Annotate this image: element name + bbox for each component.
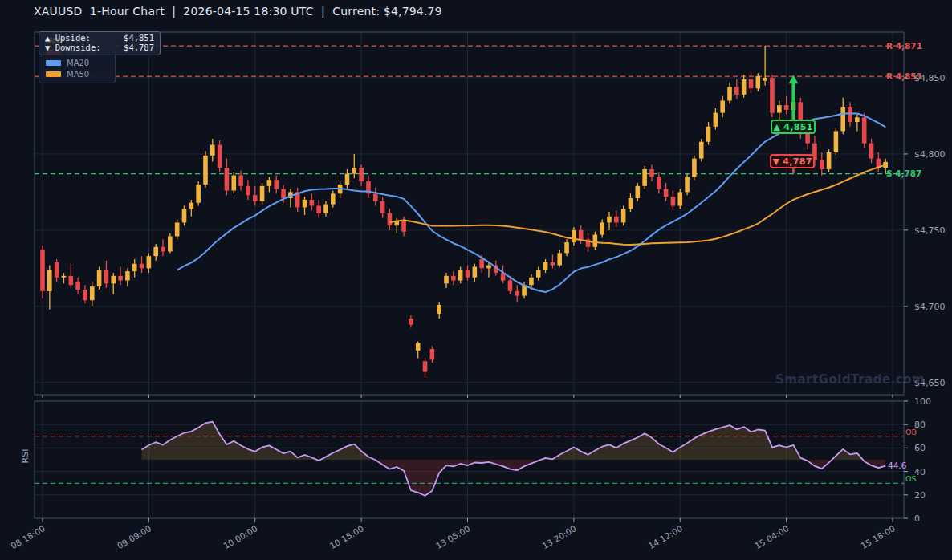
rsi-tick-label: 100 bbox=[914, 396, 931, 407]
candle-body bbox=[685, 177, 690, 192]
x-tick-label: 13 05:00 bbox=[434, 523, 472, 550]
candle-body bbox=[458, 270, 463, 280]
upside-target-badge: ▲ 4,851 bbox=[771, 120, 816, 134]
price-tick-label: $4,700 bbox=[914, 302, 946, 312]
candle-body bbox=[621, 209, 626, 222]
candle-body bbox=[742, 79, 747, 95]
candle-body bbox=[47, 270, 52, 291]
candle-body bbox=[720, 100, 725, 112]
candle-body bbox=[629, 198, 633, 209]
candle-body bbox=[529, 278, 534, 285]
candle-body bbox=[323, 205, 328, 213]
candle-body bbox=[862, 117, 867, 143]
candle-body bbox=[310, 200, 315, 206]
candle-body bbox=[281, 189, 286, 198]
price-tick-label: $4,750 bbox=[914, 225, 946, 236]
candle-body bbox=[649, 169, 654, 177]
candle-body bbox=[401, 221, 406, 231]
price-tick-label: $4,850 bbox=[914, 73, 946, 83]
x-tick-label: 10 00:00 bbox=[222, 523, 259, 550]
legend-item-label: MA50 bbox=[67, 70, 89, 79]
rsi-current-value: 44.6 bbox=[888, 461, 906, 470]
candle-body bbox=[749, 79, 754, 88]
candle-body bbox=[614, 217, 619, 223]
rsi-tick-label: 20 bbox=[914, 490, 926, 501]
chart-window: XAUUSD 1-Hour Chart | 2026-04-15 18:30 U… bbox=[0, 0, 952, 560]
candle-body bbox=[727, 87, 732, 100]
candle-body bbox=[848, 107, 852, 122]
candle-body bbox=[706, 127, 711, 142]
candle-body bbox=[153, 247, 158, 256]
candle-body bbox=[543, 262, 548, 270]
candle-body bbox=[55, 262, 59, 278]
candle-body bbox=[734, 87, 739, 94]
x-tick-label: 09 09:00 bbox=[116, 523, 153, 550]
candle-body bbox=[840, 107, 845, 131]
downside-label: ▼ Downside: bbox=[45, 43, 101, 53]
x-tick-label: 14 12:00 bbox=[647, 523, 685, 550]
candle-body bbox=[536, 270, 541, 277]
candle-body bbox=[714, 113, 718, 127]
watermark: SmartGoldTrade.com bbox=[775, 372, 904, 387]
candle-body bbox=[168, 236, 173, 251]
candle-body bbox=[692, 159, 697, 177]
candle-body bbox=[466, 270, 470, 277]
rsi-axis-label: RSI bbox=[20, 446, 31, 467]
candle-body bbox=[777, 105, 782, 112]
candle-body bbox=[238, 176, 243, 186]
price-levels-tooltip: ▲ Upside: $4,851 ▼ Downside: $4,787 bbox=[39, 31, 161, 55]
candle-body bbox=[352, 168, 357, 174]
candle-body bbox=[479, 259, 484, 268]
up-arrow-icon bbox=[788, 75, 798, 120]
candle-body bbox=[225, 168, 230, 190]
candle-body bbox=[409, 319, 413, 325]
candle-body bbox=[657, 177, 661, 189]
candle-body bbox=[125, 271, 130, 280]
candle-body bbox=[551, 262, 555, 266]
rsi-fill-above bbox=[142, 422, 886, 496]
level-label: S 4,787 bbox=[886, 168, 921, 178]
candle-body bbox=[345, 174, 350, 185]
candle-body bbox=[444, 276, 449, 283]
candle-body bbox=[97, 270, 102, 286]
price-axis-labels: $4,650$4,700$4,750$4,800$4,850 bbox=[904, 73, 946, 388]
candle-body bbox=[140, 264, 144, 269]
candle-body bbox=[175, 222, 180, 236]
candle-body bbox=[756, 76, 761, 88]
candle-body bbox=[642, 169, 647, 186]
candle-body bbox=[380, 201, 385, 213]
chart-canvas[interactable]: R 4,871R 4,851S 4,787$4,650$4,700$4,750$… bbox=[0, 0, 952, 560]
legend-item: MA50 bbox=[39, 68, 115, 79]
candle-body bbox=[373, 193, 378, 201]
downside-value: $4,787 bbox=[124, 43, 154, 53]
rsi-axis-labels: 020406080100 bbox=[904, 396, 931, 524]
candle-body bbox=[671, 197, 676, 205]
candle-body bbox=[267, 180, 272, 186]
upside-label: ▲ Upside: bbox=[45, 34, 91, 43]
upside-value: $4,851 bbox=[124, 34, 154, 43]
candle-body bbox=[784, 105, 789, 110]
legend-item-label: MA20 bbox=[67, 59, 89, 67]
candle-body bbox=[557, 253, 562, 265]
candle-body bbox=[486, 266, 491, 269]
tooltip-upside-row: ▲ Upside: $4,851 bbox=[45, 34, 154, 43]
candle-body bbox=[451, 276, 456, 281]
candle-body bbox=[111, 276, 116, 283]
candle-body bbox=[203, 156, 208, 185]
candle-body bbox=[90, 286, 95, 300]
level-label: R 4,871 bbox=[886, 41, 922, 51]
x-axis-labels: 08 18:0009 09:0010 00:0010 15:0013 05:00… bbox=[9, 395, 897, 550]
candle-body bbox=[607, 217, 612, 223]
candle-body bbox=[834, 131, 839, 152]
legend-item: MA20 bbox=[39, 57, 115, 68]
legend-swatch-icon bbox=[46, 71, 61, 77]
candle-body bbox=[274, 180, 279, 189]
candle-body bbox=[473, 266, 478, 277]
candle-body bbox=[869, 144, 874, 159]
candle-body bbox=[69, 276, 74, 285]
candle-body bbox=[572, 230, 576, 242]
candle-body bbox=[437, 305, 441, 314]
candle-body bbox=[636, 186, 641, 198]
ma50-line bbox=[389, 165, 885, 245]
candlestick-series bbox=[40, 46, 888, 378]
